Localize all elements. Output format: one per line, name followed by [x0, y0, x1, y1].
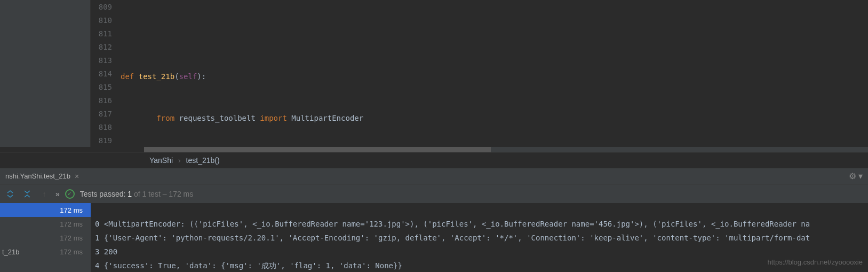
test-toolbar: ↑ » ✓ Tests passed: 1 of 1 test – 172 ms: [0, 184, 868, 203]
project-sidebar: [0, 0, 91, 147]
test-results: 172 ms 172 ms 172 ms t_21b 172 ms 0 <Mul…: [0, 203, 868, 272]
console-line: 1 {'User-Agent': 'python-requests/2.20.1…: [95, 231, 868, 245]
horizontal-scrollbar[interactable]: [144, 147, 868, 152]
console-output[interactable]: 0 <MultipartEncoder: (('picFiles', <_io.…: [91, 203, 868, 272]
gear-icon[interactable]: ⚙ ▾: [849, 171, 868, 181]
test-time[interactable]: 172 ms: [0, 203, 91, 217]
breadcrumb[interactable]: YanShi › test_21b(): [0, 152, 868, 168]
gutter-row: ▶ ⊖ 810: [91, 13, 116, 27]
line-number: 809: [91, 3, 112, 11]
console-line: 4 {'success': True, 'data': {'msg': '成功'…: [95, 259, 868, 272]
console-line: 0 <MultipartEncoder: (('picFiles', <_io.…: [95, 217, 868, 231]
pass-icon: ✓: [65, 189, 75, 199]
line-number: 813: [91, 56, 112, 65]
test-tree[interactable]: 172 ms 172 ms 172 ms t_21b 172 ms: [0, 203, 91, 272]
expand-icon[interactable]: [4, 188, 16, 200]
line-number: 817: [91, 110, 112, 118]
line-number: 812: [91, 43, 112, 51]
test-time[interactable]: 172 ms: [0, 217, 91, 231]
breadcrumb-class[interactable]: YanShi: [149, 156, 173, 165]
breadcrumb-function[interactable]: test_21b(): [186, 156, 220, 165]
line-number: 816: [91, 96, 112, 105]
more-icon[interactable]: »: [55, 190, 60, 198]
test-name[interactable]: t_21b: [0, 245, 60, 259]
tab-label: nshi.YanShi.test_21b: [5, 172, 70, 180]
test-time: 172 ms: [60, 248, 91, 256]
console-line: 3 200: [95, 245, 868, 259]
chevron-right-icon: ›: [178, 156, 181, 165]
test-status: Tests passed: 1 of 1 test – 172 ms: [80, 190, 193, 198]
close-icon[interactable]: ×: [75, 172, 79, 181]
code-editor[interactable]: def test_21b(self): from requests_toolbe…: [116, 0, 868, 147]
line-number: 814: [91, 69, 112, 78]
line-number: 811: [91, 29, 112, 38]
watermark: https://blog.csdn.net/zyooooxie: [767, 255, 863, 269]
collapse-icon[interactable]: [21, 188, 33, 200]
line-number: 815: [91, 83, 112, 91]
line-number: 810: [91, 16, 112, 25]
run-tab[interactable]: nshi.YanShi.test_21b ×: [0, 168, 84, 184]
line-number: 818: [91, 123, 112, 131]
line-number: 819: [91, 136, 112, 145]
up-arrow-icon[interactable]: ↑: [38, 188, 50, 200]
gutter-row: 💡 809: [91, 0, 116, 13]
editor-area: 💡 809 ▶ ⊖ 810 811 812 813 814 815 816 81…: [0, 0, 868, 147]
test-time[interactable]: 172 ms: [0, 231, 91, 245]
run-tab-bar: nshi.YanShi.test_21b × ⚙ ▾: [0, 168, 868, 184]
scrollbar-thumb[interactable]: [144, 147, 491, 152]
